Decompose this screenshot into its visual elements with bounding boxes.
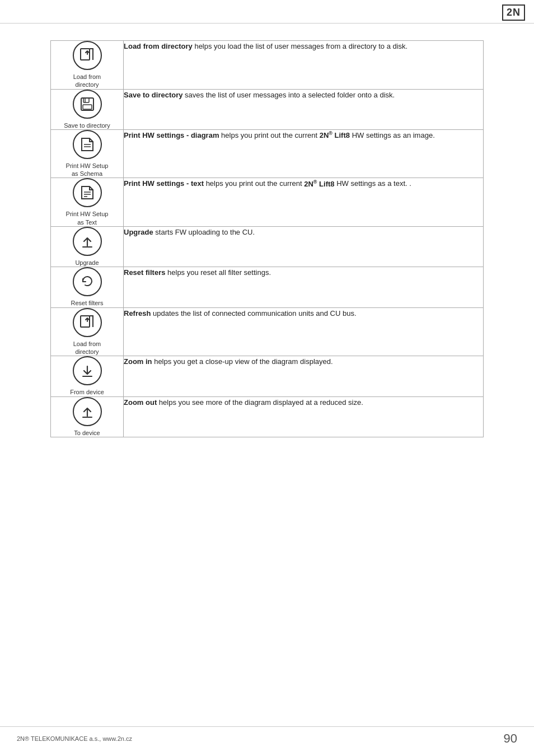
footer-page-number: 90: [504, 731, 517, 746]
desc-cell-print-hw-schema: Print HW settings - diagram helps you pr…: [124, 129, 484, 178]
icon-label-save-to-directory: Save to directory: [51, 122, 123, 129]
icon-label-zoom-out: To device: [51, 429, 123, 437]
table-row: Save to directorySave to directory saves…: [51, 89, 484, 129]
desc-cell-upgrade: Upgrade starts FW uploading to the CU.: [124, 227, 484, 267]
icon-label-print-hw-schema: Print HW Setup as Schema: [51, 162, 123, 178]
icon-cell-zoom-out: To device: [51, 396, 124, 437]
icon-cell-refresh: Load from directory: [51, 307, 124, 356]
table-row: Load from directoryLoad from directory h…: [51, 41, 484, 90]
desc-cell-zoom-in: Zoom in helps you get a close-up view of…: [124, 356, 484, 396]
upload-arrow-icon: [73, 227, 102, 256]
icon-label-load-from-directory: Load from directory: [51, 73, 123, 89]
desc-cell-save-to-directory: Save to directory saves the list of user…: [124, 89, 484, 129]
desc-text-zoom-in: Zoom in helps you get a close-up view of…: [124, 356, 483, 367]
table-row: From deviceZoom in helps you get a close…: [51, 356, 484, 396]
desc-text-load-from-directory: Load from directory helps you load the l…: [124, 41, 483, 52]
svg-rect-0: [81, 49, 90, 60]
svg-rect-11: [81, 316, 90, 327]
desc-cell-print-hw-text: Print HW settings - text helps you print…: [124, 178, 484, 227]
icon-cell-print-hw-schema: Print HW Setup as Schema: [51, 129, 124, 178]
desc-text-upgrade: Upgrade starts FW uploading to the CU.: [124, 227, 483, 238]
icon-label-upgrade: Upgrade: [51, 259, 123, 267]
table-row: Reset filtersReset filters helps you res…: [51, 267, 484, 307]
upload-arrow2-icon: [73, 397, 102, 426]
icon-label-reset-filters: Reset filters: [51, 299, 123, 307]
desc-text-zoom-out: Zoom out helps you see more of the diagr…: [124, 397, 483, 408]
table-row: Print HW Setup as TextPrint HW settings …: [51, 178, 484, 227]
icon-label-print-hw-text: Print HW Setup as Text: [51, 210, 123, 226]
icon-cell-zoom-in: From device: [51, 356, 124, 396]
features-table: Load from directoryLoad from directory h…: [50, 40, 484, 437]
icon-cell-upgrade: Upgrade: [51, 227, 124, 267]
page-header: 2N: [0, 0, 534, 24]
table-row: UpgradeUpgrade starts FW uploading to th…: [51, 227, 484, 267]
page-footer: 2N® TELEKOMUNIKACE a.s., www.2n.cz 90: [0, 726, 534, 746]
reset-icon: [73, 267, 102, 296]
icon-cell-reset-filters: Reset filters: [51, 267, 124, 307]
desc-cell-refresh: Refresh updates the list of connected co…: [124, 307, 484, 356]
desc-cell-reset-filters: Reset filters helps you reset all filter…: [124, 267, 484, 307]
svg-rect-3: [83, 105, 92, 109]
table-row: To deviceZoom out helps you see more of …: [51, 396, 484, 437]
icon-cell-save-to-directory: Save to directory: [51, 89, 124, 129]
table-row: Load from directoryRefresh updates the l…: [51, 307, 484, 356]
desc-text-refresh: Refresh updates the list of connected co…: [124, 308, 483, 319]
footer-left: 2N® TELEKOMUNIKACE a.s., www.2n.cz: [17, 735, 132, 742]
download-arrow-icon: [73, 356, 102, 385]
table-row: Print HW Setup as SchemaPrint HW setting…: [51, 129, 484, 178]
icon-cell-print-hw-text: Print HW Setup as Text: [51, 178, 124, 227]
desc-text-save-to-directory: Save to directory saves the list of user…: [124, 90, 483, 101]
upload-file-icon: [73, 41, 102, 70]
svg-rect-2: [83, 98, 89, 102]
print-file-icon: [73, 130, 102, 159]
desc-text-print-hw-schema: Print HW settings - diagram helps you pr…: [124, 130, 483, 141]
desc-text-print-hw-text: Print HW settings - text helps you print…: [124, 178, 483, 189]
save-icon: [73, 90, 102, 119]
upload-file2-icon: [73, 308, 102, 337]
desc-text-reset-filters: Reset filters helps you reset all filter…: [124, 267, 483, 278]
logo: 2N: [502, 4, 525, 21]
main-content: Load from directoryLoad from directory h…: [0, 24, 534, 454]
desc-cell-load-from-directory: Load from directory helps you load the l…: [124, 41, 484, 90]
print-file2-icon: [73, 178, 102, 207]
desc-cell-zoom-out: Zoom out helps you see more of the diagr…: [124, 396, 484, 437]
icon-cell-load-from-directory: Load from directory: [51, 41, 124, 90]
icon-label-zoom-in: From device: [51, 388, 123, 396]
icon-label-refresh: Load from directory: [51, 340, 123, 356]
